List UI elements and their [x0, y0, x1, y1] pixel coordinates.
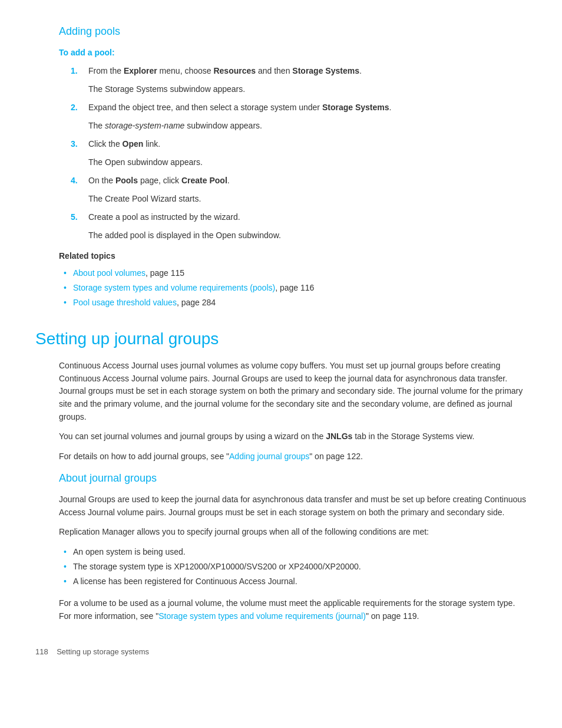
journal-condition-2: The storage system type is XP12000/XP100…: [59, 561, 527, 573]
related-topic-3-suffix: , page 284: [177, 298, 216, 307]
about-journal-heading: About journal groups: [59, 470, 527, 486]
footer-page-number: 118: [35, 647, 48, 656]
step-1-bold-storage: Storage Systems: [292, 66, 359, 75]
step-5: 5. Create a pool as instructed by the wi…: [59, 211, 527, 223]
setting-up-body-2: You can set journal volumes and journal …: [35, 430, 527, 443]
about-journal-body-2: Replication Manager allows you to specif…: [59, 526, 527, 539]
step-1-bold-resources: Resources: [213, 66, 256, 75]
setting-up-journal-heading: Setting up journal groups: [35, 327, 527, 351]
journal-condition-1: An open system is being used.: [59, 546, 527, 558]
step-3-content: Click the Open link.: [88, 138, 527, 150]
step-2-content: Expand the object tree, and then select …: [88, 101, 527, 114]
related-topic-3: Pool usage threshold values, page 284: [59, 297, 527, 309]
step-4-bold-pools: Pools: [115, 176, 138, 185]
jnlgs-bold: JNLGs: [326, 431, 352, 441]
journal-condition-3: A license has been registered for Contin…: [59, 575, 527, 588]
about-journal-section: About journal groups Journal Groups are …: [35, 470, 527, 622]
step-4-number: 4.: [71, 174, 86, 187]
step-2-bold-storage: Storage Systems: [322, 103, 389, 112]
related-topic-3-link[interactable]: Pool usage threshold values: [73, 298, 177, 307]
page-footer: 118 Setting up storage systems: [35, 646, 527, 658]
step-1-content: From the Explorer menu, choose Resources…: [88, 65, 527, 77]
journal-conditions-list: An open system is being used. The storag…: [59, 546, 527, 588]
setting-up-body-3: For details on how to add journal groups…: [35, 450, 527, 463]
step-2-note: The storage-system-name subwindow appear…: [59, 120, 527, 132]
related-topics-list: About pool volumes, page 115 Storage sys…: [59, 267, 527, 309]
step-5-number: 5.: [71, 211, 86, 223]
step-1-note: The Storage Systems subwindow appears.: [59, 83, 527, 95]
related-topic-2-link[interactable]: Storage system types and volume requirem…: [73, 283, 275, 292]
related-topic-1: About pool volumes, page 115: [59, 267, 527, 279]
setting-up-body-1: Continuous Access Journal uses journal v…: [35, 360, 527, 423]
step-2: 2. Expand the object tree, and then sele…: [59, 101, 527, 114]
related-topic-1-link[interactable]: About pool volumes: [73, 268, 146, 278]
step-4-note: The Create Pool Wizard starts.: [59, 193, 527, 205]
step-5-note: The added pool is displayed in the Open …: [59, 229, 527, 242]
step-1: 1. From the Explorer menu, choose Resour…: [59, 65, 527, 77]
step-3-bold-open: Open: [123, 139, 144, 149]
step-1-number: 1.: [71, 65, 86, 77]
related-topic-2-suffix: , page 116: [275, 283, 314, 292]
setting-up-journal-section: Setting up journal groups Continuous Acc…: [35, 327, 527, 463]
related-topics-heading: Related topics: [59, 250, 527, 262]
footer-page-title: Setting up storage systems: [57, 647, 149, 656]
step-5-content: Create a pool as instructed by the wizar…: [88, 211, 527, 223]
step-4-bold-create-pool: Create Pool: [181, 176, 227, 185]
storage-system-types-journal-link[interactable]: Storage system types and volume requirem…: [158, 611, 366, 621]
step-2-number: 2.: [71, 101, 86, 114]
step-3-note: The Open subwindow appears.: [59, 156, 527, 169]
step-4-content: On the Pools page, click Create Pool.: [88, 174, 527, 187]
related-topic-2: Storage system types and volume requirem…: [59, 282, 527, 294]
related-topic-1-suffix: , page 115: [146, 268, 184, 278]
step-1-bold-explorer: Explorer: [124, 66, 157, 75]
adding-pools-heading: Adding pools: [59, 24, 527, 39]
step-2-italic: storage-system-name: [105, 121, 184, 130]
step-4: 4. On the Pools page, click Create Pool.: [59, 174, 527, 187]
adding-pools-section: Adding pools To add a pool: 1. From the …: [35, 24, 527, 309]
about-journal-body-3: For a volume to be used as a journal vol…: [59, 597, 527, 622]
step-3-number: 3.: [71, 138, 86, 150]
steps-list: 1. From the Explorer menu, choose Resour…: [59, 65, 527, 242]
to-add-pool-subheading: To add a pool:: [59, 47, 527, 59]
step-3: 3. Click the Open link.: [59, 138, 527, 150]
adding-journal-groups-link[interactable]: Adding journal groups: [229, 452, 309, 461]
about-journal-body-1: Journal Groups are used to keep the jour…: [59, 493, 527, 519]
